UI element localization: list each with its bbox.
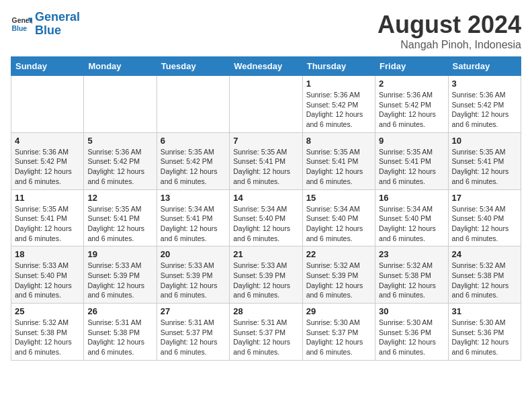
calendar-cell: 23Sunrise: 5:32 AM Sunset: 5:38 PM Dayli… [375, 246, 448, 304]
day-number: 1 [306, 79, 371, 89]
calendar-cell: 29Sunrise: 5:30 AM Sunset: 5:37 PM Dayli… [302, 304, 375, 361]
day-info: Sunrise: 5:32 AM Sunset: 5:39 PM Dayligh… [306, 261, 371, 300]
calendar-cell [84, 76, 157, 133]
calendar-cell: 5Sunrise: 5:36 AM Sunset: 5:42 PM Daylig… [84, 132, 157, 189]
calendar-table: SundayMondayTuesdayWednesdayThursdayFrid… [11, 56, 521, 361]
day-info: Sunrise: 5:36 AM Sunset: 5:42 PM Dayligh… [379, 90, 444, 130]
day-number: 11 [15, 193, 80, 203]
day-info: Sunrise: 5:34 AM Sunset: 5:40 PM Dayligh… [379, 204, 444, 244]
page-header: General Blue General Blue August 2024 Na… [11, 11, 521, 51]
day-number: 4 [15, 136, 80, 146]
calendar-week-row: 11Sunrise: 5:35 AM Sunset: 5:41 PM Dayli… [11, 189, 521, 246]
day-number: 29 [306, 306, 371, 316]
calendar-cell: 18Sunrise: 5:33 AM Sunset: 5:40 PM Dayli… [11, 246, 84, 304]
calendar-cell: 14Sunrise: 5:34 AM Sunset: 5:40 PM Dayli… [230, 189, 302, 246]
day-number: 9 [379, 136, 444, 146]
calendar-week-row: 1Sunrise: 5:36 AM Sunset: 5:42 PM Daylig… [11, 76, 521, 133]
title-block: August 2024 Nangah Pinoh, Indonesia [378, 11, 521, 51]
weekday-header-row: SundayMondayTuesdayWednesdayThursdayFrid… [11, 57, 521, 76]
calendar-cell [157, 76, 229, 133]
day-info: Sunrise: 5:33 AM Sunset: 5:39 PM Dayligh… [161, 261, 226, 300]
calendar-cell: 21Sunrise: 5:33 AM Sunset: 5:39 PM Dayli… [230, 246, 302, 304]
calendar-cell: 3Sunrise: 5:36 AM Sunset: 5:42 PM Daylig… [448, 76, 521, 133]
calendar-cell: 7Sunrise: 5:35 AM Sunset: 5:41 PM Daylig… [230, 132, 302, 189]
calendar-cell [11, 76, 84, 133]
day-info: Sunrise: 5:32 AM Sunset: 5:38 PM Dayligh… [15, 318, 80, 357]
day-info: Sunrise: 5:30 AM Sunset: 5:37 PM Dayligh… [306, 318, 371, 357]
calendar-cell: 15Sunrise: 5:34 AM Sunset: 5:40 PM Dayli… [302, 189, 375, 246]
day-info: Sunrise: 5:36 AM Sunset: 5:42 PM Dayligh… [306, 90, 371, 130]
day-number: 20 [161, 249, 226, 259]
calendar-cell: 31Sunrise: 5:30 AM Sunset: 5:36 PM Dayli… [448, 304, 521, 361]
day-info: Sunrise: 5:34 AM Sunset: 5:40 PM Dayligh… [452, 204, 517, 244]
day-info: Sunrise: 5:34 AM Sunset: 5:41 PM Dayligh… [161, 204, 226, 244]
day-info: Sunrise: 5:35 AM Sunset: 5:41 PM Dayligh… [233, 147, 298, 187]
day-number: 21 [233, 249, 298, 259]
day-number: 18 [15, 249, 80, 259]
day-number: 6 [161, 136, 226, 146]
logo: General Blue General Blue [11, 11, 80, 38]
weekday-header-saturday: Saturday [448, 57, 521, 76]
day-number: 19 [87, 249, 152, 259]
day-number: 2 [379, 79, 444, 89]
day-number: 15 [306, 193, 371, 203]
day-info: Sunrise: 5:34 AM Sunset: 5:40 PM Dayligh… [306, 204, 371, 244]
day-number: 5 [87, 136, 152, 146]
weekday-header-wednesday: Wednesday [230, 57, 302, 76]
calendar-cell: 13Sunrise: 5:34 AM Sunset: 5:41 PM Dayli… [157, 189, 229, 246]
day-number: 3 [452, 79, 517, 89]
calendar-cell: 6Sunrise: 5:35 AM Sunset: 5:42 PM Daylig… [157, 132, 229, 189]
logo-blue: Blue [35, 24, 61, 37]
month-year-title: August 2024 [378, 11, 521, 39]
day-info: Sunrise: 5:31 AM Sunset: 5:37 PM Dayligh… [161, 318, 226, 357]
calendar-cell: 19Sunrise: 5:33 AM Sunset: 5:39 PM Dayli… [84, 246, 157, 304]
day-number: 22 [306, 249, 371, 259]
calendar-cell: 10Sunrise: 5:35 AM Sunset: 5:41 PM Dayli… [448, 132, 521, 189]
day-info: Sunrise: 5:35 AM Sunset: 5:41 PM Dayligh… [15, 204, 80, 244]
logo-general: General [35, 10, 80, 24]
calendar-week-row: 4Sunrise: 5:36 AM Sunset: 5:42 PM Daylig… [11, 132, 521, 189]
day-number: 31 [452, 306, 517, 316]
day-info: Sunrise: 5:35 AM Sunset: 5:41 PM Dayligh… [452, 147, 517, 187]
day-number: 10 [452, 136, 517, 146]
calendar-cell: 16Sunrise: 5:34 AM Sunset: 5:40 PM Dayli… [375, 189, 448, 246]
day-info: Sunrise: 5:36 AM Sunset: 5:42 PM Dayligh… [452, 90, 517, 130]
day-number: 23 [379, 249, 444, 259]
calendar-week-row: 25Sunrise: 5:32 AM Sunset: 5:38 PM Dayli… [11, 304, 521, 361]
day-number: 17 [452, 193, 517, 203]
calendar-cell: 1Sunrise: 5:36 AM Sunset: 5:42 PM Daylig… [302, 76, 375, 133]
day-number: 16 [379, 193, 444, 203]
day-number: 25 [15, 306, 80, 316]
day-info: Sunrise: 5:35 AM Sunset: 5:41 PM Dayligh… [306, 147, 371, 187]
weekday-header-sunday: Sunday [11, 57, 84, 76]
calendar-cell: 4Sunrise: 5:36 AM Sunset: 5:42 PM Daylig… [11, 132, 84, 189]
day-info: Sunrise: 5:30 AM Sunset: 5:36 PM Dayligh… [379, 318, 444, 357]
svg-text:Blue: Blue [12, 24, 28, 32]
day-number: 7 [233, 136, 298, 146]
calendar-cell [230, 76, 302, 133]
calendar-cell: 26Sunrise: 5:31 AM Sunset: 5:38 PM Dayli… [84, 304, 157, 361]
day-info: Sunrise: 5:35 AM Sunset: 5:42 PM Dayligh… [161, 147, 226, 187]
weekday-header-tuesday: Tuesday [157, 57, 229, 76]
weekday-header-monday: Monday [84, 57, 157, 76]
day-info: Sunrise: 5:33 AM Sunset: 5:40 PM Dayligh… [15, 261, 80, 300]
day-info: Sunrise: 5:31 AM Sunset: 5:38 PM Dayligh… [87, 318, 152, 357]
calendar-cell: 25Sunrise: 5:32 AM Sunset: 5:38 PM Dayli… [11, 304, 84, 361]
weekday-header-thursday: Thursday [302, 57, 375, 76]
day-info: Sunrise: 5:32 AM Sunset: 5:38 PM Dayligh… [379, 261, 444, 300]
day-info: Sunrise: 5:36 AM Sunset: 5:42 PM Dayligh… [87, 147, 152, 187]
day-info: Sunrise: 5:31 AM Sunset: 5:37 PM Dayligh… [233, 318, 298, 357]
location-subtitle: Nangah Pinoh, Indonesia [378, 39, 521, 51]
logo-text: General Blue [35, 11, 80, 38]
day-number: 26 [87, 306, 152, 316]
weekday-header-friday: Friday [375, 57, 448, 76]
day-info: Sunrise: 5:35 AM Sunset: 5:41 PM Dayligh… [87, 204, 152, 244]
day-info: Sunrise: 5:33 AM Sunset: 5:39 PM Dayligh… [233, 261, 298, 300]
day-info: Sunrise: 5:34 AM Sunset: 5:40 PM Dayligh… [233, 204, 298, 244]
calendar-cell: 8Sunrise: 5:35 AM Sunset: 5:41 PM Daylig… [302, 132, 375, 189]
day-info: Sunrise: 5:36 AM Sunset: 5:42 PM Dayligh… [15, 147, 80, 187]
day-info: Sunrise: 5:30 AM Sunset: 5:36 PM Dayligh… [452, 318, 517, 357]
calendar-cell: 22Sunrise: 5:32 AM Sunset: 5:39 PM Dayli… [302, 246, 375, 304]
day-number: 28 [233, 306, 298, 316]
calendar-cell: 9Sunrise: 5:35 AM Sunset: 5:41 PM Daylig… [375, 132, 448, 189]
